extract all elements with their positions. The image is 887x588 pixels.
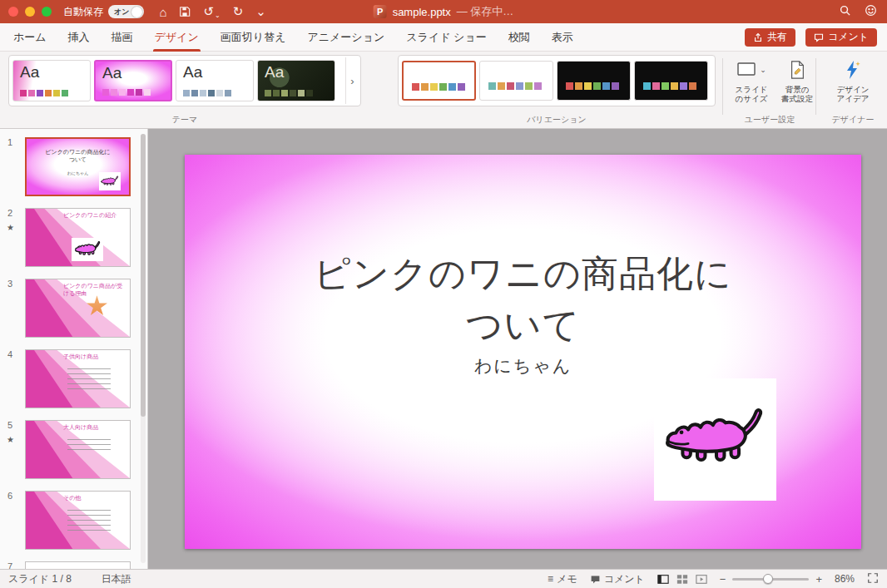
search-icon[interactable]: [839, 4, 851, 20]
theme-card-4[interactable]: Aa: [257, 60, 335, 101]
slide-3-thumbnail[interactable]: ピンクのワニ商品が受ける理由: [25, 279, 131, 338]
toolbar-options-caret-icon[interactable]: ⌄: [255, 4, 266, 19]
variant-card-2[interactable]: [479, 61, 553, 101]
tab-animations[interactable]: アニメーション: [307, 23, 384, 52]
slide-subtitle[interactable]: わにちゃん: [185, 354, 861, 378]
minimize-button[interactable]: [25, 7, 35, 17]
variant-card-3[interactable]: [557, 61, 631, 101]
zoom-out-button[interactable]: −: [720, 573, 726, 586]
variant-card-4[interactable]: [634, 61, 708, 101]
ribbon-tab-bar: ホーム 挿入 描画 デザイン 画面切り替え アニメーション スライド ショー 校…: [0, 23, 887, 52]
tab-actions: 共有 コメント: [745, 28, 877, 47]
normal-view-button[interactable]: [657, 574, 669, 585]
zoom-percent[interactable]: 86%: [835, 573, 855, 585]
tab-home[interactable]: ホーム: [13, 23, 47, 52]
variant-palette: [488, 82, 542, 90]
slide-sorter-view-button[interactable]: [676, 574, 688, 585]
zoom-slider[interactable]: [732, 578, 809, 581]
bullet-text-lines: [67, 510, 111, 531]
slide-number: 2: [7, 208, 12, 218]
titlebar-right-icons: [839, 4, 877, 20]
slide-number: 6: [7, 491, 12, 501]
variant-card-1-selected[interactable]: [402, 61, 476, 101]
user-settings-group-label: ユーザー設定: [726, 114, 814, 126]
save-icon[interactable]: [179, 6, 191, 17]
slideshow-icon: [696, 574, 707, 585]
notes-toggle[interactable]: ≡ メモ: [548, 572, 577, 586]
slide-number: 7: [7, 561, 12, 569]
animation-star-icon: ★: [7, 223, 14, 232]
close-button[interactable]: [8, 7, 18, 17]
comments-toggle[interactable]: コメント: [590, 572, 645, 586]
share-button[interactable]: 共有: [745, 28, 795, 47]
comments-button[interactable]: コメント: [805, 28, 877, 47]
status-bar: スライド 1 / 8 日本語 ≡ メモ コメント: [0, 569, 887, 588]
slide-7-thumbnail[interactable]: [25, 561, 131, 569]
themes-group-label: テーマ: [8, 114, 361, 126]
theme-gallery-scroll-button[interactable]: ›: [345, 57, 359, 104]
slide-row-1: 1 ピンクのワニの商品化に ついて わにちゃん: [0, 137, 148, 196]
slide-6-thumbnail[interactable]: その他: [25, 491, 131, 550]
crocodile-image: [99, 172, 121, 190]
home-icon[interactable]: ⌂: [159, 5, 166, 19]
slide-5-thumbnail[interactable]: 大人向け商品: [25, 420, 131, 479]
slide-size-button[interactable]: ⌄ スライド のサイズ: [731, 57, 772, 104]
ribbon-separator: [722, 58, 723, 115]
slide-canvas: ピンクのワニの商品化に ついて わにちゃん: [148, 129, 887, 569]
theme-card-3[interactable]: Aa: [176, 60, 254, 101]
slide-title[interactable]: ピンクのワニの商品化に ついて: [185, 248, 861, 350]
zoom-in-button[interactable]: +: [815, 573, 822, 586]
crocodile-image[interactable]: [654, 378, 776, 501]
slide-row-3: 3 ピンクのワニ商品が受ける理由: [0, 279, 148, 338]
undo-menu-caret-icon[interactable]: ⌄: [215, 12, 221, 19]
tab-design[interactable]: デザイン: [155, 23, 199, 52]
design-ideas-button[interactable]: デザイン アイデア: [825, 57, 880, 104]
theme-palette: [20, 90, 68, 96]
comment-icon: [590, 574, 601, 585]
theme-gallery: Aa Aa Aa Aa ›: [8, 55, 361, 106]
tab-transitions[interactable]: 画面切り替え: [221, 23, 286, 52]
tab-review[interactable]: 校閲: [508, 23, 530, 52]
slide-row-4: 4 子供向け商品: [0, 349, 148, 408]
panel-scrollbar-thumb[interactable]: [141, 134, 146, 417]
ribbon-design: Aa Aa Aa Aa ›: [0, 52, 887, 129]
autosave-control: 自動保存 オン: [63, 5, 144, 19]
powerpoint-window: 自動保存 オン ⌂ ↺⌄ ↻ ⌄ P sample.pptx — 保存中…: [0, 0, 887, 588]
fit-to-window-icon: [867, 572, 879, 584]
format-background-button[interactable]: 背景の 書式設定: [776, 57, 819, 104]
variant-palette: [643, 82, 696, 90]
chevron-right-icon: ›: [350, 75, 354, 87]
workspace: 1 ピンクのワニの商品化に ついて わにちゃん 2 ★: [0, 129, 887, 569]
slide-2-thumbnail[interactable]: ピンクのワニの紹介: [25, 208, 131, 267]
language-indicator[interactable]: 日本語: [102, 572, 131, 586]
feedback-smiley-icon[interactable]: [865, 4, 877, 20]
tab-slideshow[interactable]: スライド ショー: [406, 23, 486, 52]
slideshow-view-button[interactable]: [696, 574, 707, 585]
bullet-text-lines: [67, 439, 111, 452]
slide-row-5: 5 ★ 大人向け商品: [0, 420, 148, 479]
chevron-down-icon: ⌄: [760, 66, 766, 74]
undo-button[interactable]: ↺⌄: [203, 4, 220, 19]
tab-draw[interactable]: 描画: [111, 23, 133, 52]
panel-scrollbar[interactable]: [141, 134, 146, 563]
slide-number: 1: [7, 137, 12, 147]
slide-number: 5: [7, 420, 12, 430]
theme-card-2-selected[interactable]: Aa: [94, 60, 172, 101]
slide-4-thumbnail[interactable]: 子供向け商品: [25, 349, 131, 408]
slide-1-thumbnail[interactable]: ピンクのワニの商品化に ついて わにちゃん: [25, 137, 131, 196]
crocodile-image: [72, 238, 103, 261]
zoom-window-button[interactable]: [42, 7, 52, 17]
current-slide[interactable]: ピンクのワニの商品化に ついて わにちゃん: [185, 155, 861, 549]
redo-button[interactable]: ↻: [233, 4, 244, 19]
notes-icon: ≡: [548, 573, 553, 585]
tab-view[interactable]: 表示: [552, 23, 573, 52]
theme-card-1[interactable]: Aa: [12, 60, 91, 101]
fit-to-window-button[interactable]: [867, 572, 879, 586]
tab-insert[interactable]: 挿入: [68, 23, 90, 52]
powerpoint-app-icon: P: [374, 5, 387, 18]
slide-size-icon: [736, 61, 758, 79]
zoom-slider-knob[interactable]: [763, 574, 773, 584]
format-background-icon: [788, 60, 806, 80]
theme-palette: [183, 90, 231, 96]
autosave-toggle[interactable]: オン: [108, 5, 144, 18]
